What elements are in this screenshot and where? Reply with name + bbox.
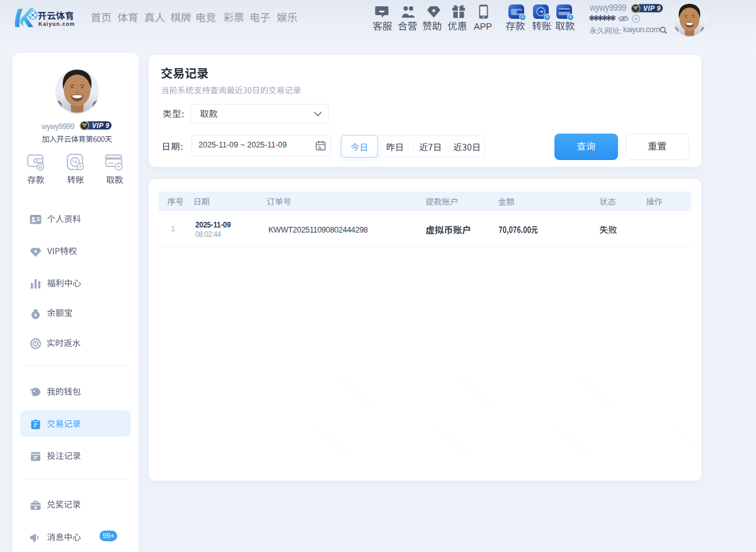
svg-text:+: + bbox=[569, 14, 572, 20]
svg-text:VIP 9: VIP 9 bbox=[643, 4, 661, 12]
svg-text:+: + bbox=[546, 14, 549, 20]
svg-text:VIP 9: VIP 9 bbox=[92, 122, 110, 129]
svg-text:+: + bbox=[521, 14, 524, 20]
